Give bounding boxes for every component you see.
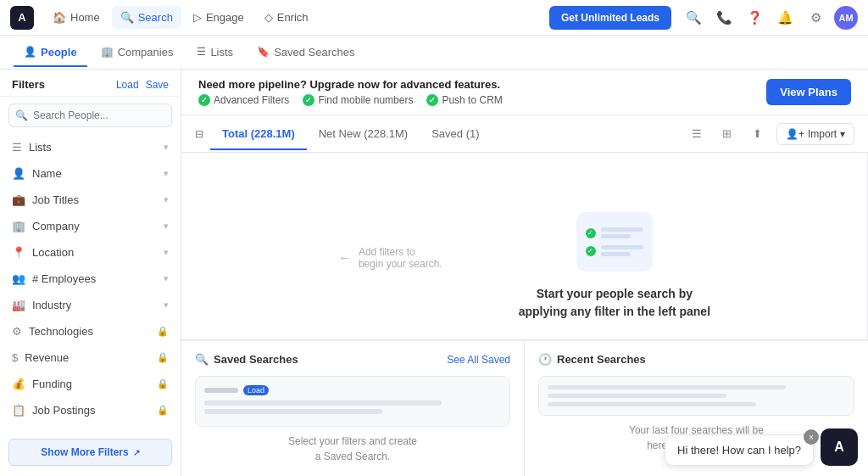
show-more-filters-button[interactable]: Show More Filters ↗ xyxy=(8,439,172,466)
feature-push-crm: Push to CRM xyxy=(426,94,502,106)
nav-search[interactable]: 🔍 Search xyxy=(112,6,181,29)
main-layout: Filters Load Save 🔍 ☰ Lists ▾ 👤 Name ▾ xyxy=(0,70,868,476)
export-button[interactable]: ⬆ xyxy=(746,122,770,146)
feature-mobile-numbers: Find mobile numbers xyxy=(303,94,413,106)
filter-company-label: Company xyxy=(32,220,80,232)
help-icon[interactable]: ❓ xyxy=(743,6,766,30)
filter-revenue[interactable]: $ Revenue 🔒 xyxy=(0,344,181,371)
filter-lists[interactable]: ☰ Lists ▾ xyxy=(0,134,181,160)
check-icon xyxy=(586,228,596,238)
empty-state: ← Add filters tobegin your search. xyxy=(181,153,868,340)
filter-technologies[interactable]: ⚙ Technologies 🔒 xyxy=(0,318,181,344)
filter-location-label: Location xyxy=(32,246,74,259)
check-icon xyxy=(586,246,596,256)
preview-badge: Load xyxy=(243,385,269,395)
upgrade-banner: Need more pipeline? Upgrade now for adva… xyxy=(181,70,868,115)
preview-row xyxy=(204,400,442,406)
tab-saved-searches[interactable]: 🔖 Saved Searches xyxy=(247,39,364,67)
enrich-icon: ◇ xyxy=(264,11,273,24)
nav-enrich-label: Enrich xyxy=(277,11,309,24)
notification-icon[interactable]: 🔔 xyxy=(773,6,797,30)
chevron-down-icon: ▾ xyxy=(164,300,169,311)
filter-location[interactable]: 📍 Location ▾ xyxy=(0,239,181,266)
illustration-line xyxy=(601,252,631,256)
upgrade-title: Need more pipeline? Upgrade now for adva… xyxy=(198,78,503,91)
list-view-button[interactable]: ☰ xyxy=(685,122,709,146)
result-tab-saved[interactable]: Saved (1) xyxy=(420,119,491,150)
filter-employees-label: # Employees xyxy=(32,272,96,285)
engage-icon: ▷ xyxy=(193,11,202,24)
chevron-down-icon: ▾ xyxy=(164,221,169,232)
funnel-icon: ⊟ xyxy=(195,128,203,140)
see-all-saved-link[interactable]: See All Saved xyxy=(447,354,510,366)
results-toolbar: ⊟ Total (228.1M) Net New (228.1M) Saved … xyxy=(181,115,868,153)
import-label: Import xyxy=(808,128,837,140)
chat-message-bubble: Hi there! How can I help? xyxy=(665,434,814,466)
filter-funding[interactable]: 💰 Funding 🔒 xyxy=(0,371,181,397)
save-button[interactable]: Save xyxy=(146,79,169,91)
show-more-label: Show More Filters xyxy=(41,446,128,458)
nav-engage[interactable]: ▷ Engage xyxy=(185,6,253,29)
industry-filter-icon: 🏭 xyxy=(12,299,25,311)
filter-name[interactable]: 👤 Name ▾ xyxy=(0,160,181,187)
chevron-down-icon: ▾ xyxy=(164,273,169,284)
nav-enrich[interactable]: ◇ Enrich xyxy=(256,6,317,29)
filter-employees[interactable]: 👥 # Employees ▾ xyxy=(0,266,181,292)
check-icon xyxy=(426,94,438,106)
lists-filter-icon: ☰ xyxy=(12,141,22,154)
view-plans-button[interactable]: View Plans xyxy=(766,79,851,105)
search-people-wrapper: 🔍 xyxy=(0,97,181,134)
lock-icon: 🔒 xyxy=(157,326,169,337)
nav-search-label: Search xyxy=(138,11,173,24)
saved-searches-empty-text: Select your filters and create a Saved S… xyxy=(195,434,510,464)
add-filters-hint: ← Add filters tobegin your search. xyxy=(338,246,442,270)
search-nav-icon[interactable]: 🔍 xyxy=(682,6,705,30)
lock-icon: 🔒 xyxy=(157,352,169,363)
chat-bubble-wrapper: Hi there! How can I help? × xyxy=(665,434,814,466)
filter-job-titles[interactable]: 💼 Job Titles ▾ xyxy=(0,187,181,213)
import-button[interactable]: 👤+ Import ▾ xyxy=(776,123,854,145)
companies-tab-icon: 🏢 xyxy=(101,46,114,58)
close-chat-button[interactable]: × xyxy=(804,429,819,445)
tab-bar: 👤 People 🏢 Companies ☰ Lists 🔖 Saved Sea… xyxy=(0,36,868,70)
settings-icon[interactable]: ⚙ xyxy=(804,6,827,30)
location-filter-icon: 📍 xyxy=(12,246,25,259)
illustration-line xyxy=(601,245,643,249)
tab-lists[interactable]: ☰ Lists xyxy=(186,39,243,67)
chat-avatar[interactable]: A xyxy=(821,428,858,466)
lock-icon: 🔒 xyxy=(157,405,169,416)
avatar[interactable]: AM xyxy=(834,6,858,30)
grid-view-button[interactable]: ⊞ xyxy=(715,122,739,146)
filter-industry[interactable]: 🏭 Industry ▾ xyxy=(0,292,181,318)
get-unlimited-leads-button[interactable]: Get Unlimited Leads xyxy=(549,6,671,30)
filter-toggle[interactable]: ⊟ xyxy=(195,128,203,140)
filter-company[interactable]: 🏢 Company ▾ xyxy=(0,213,181,239)
employees-filter-icon: 👥 xyxy=(12,272,25,285)
tab-companies[interactable]: 🏢 Companies xyxy=(91,39,184,67)
tab-companies-label: Companies xyxy=(118,46,174,59)
empty-state-title: Start your people search by applying any… xyxy=(519,285,710,321)
search-people-input[interactable] xyxy=(8,104,172,127)
revenue-filter-icon: $ xyxy=(12,351,18,364)
illustration-line xyxy=(601,227,643,232)
saved-searches-icon: 🔍 xyxy=(195,353,209,366)
people-illustration xyxy=(576,212,653,272)
result-tab-total[interactable]: Total (228.1M) xyxy=(210,119,307,150)
feature-advanced-filters: Advanced Filters xyxy=(198,94,289,106)
tab-saved-searches-label: Saved Searches xyxy=(274,46,354,59)
chevron-down-icon: ▾ xyxy=(164,247,169,258)
tab-people[interactable]: 👤 People xyxy=(14,39,87,67)
sidebar: Filters Load Save 🔍 ☰ Lists ▾ 👤 Name ▾ xyxy=(0,70,181,476)
load-button[interactable]: Load xyxy=(116,79,139,91)
filter-name-label: Name xyxy=(32,167,62,180)
nav-home[interactable]: 🏠 Home xyxy=(44,6,108,29)
filter-job-postings[interactable]: 📋 Job Postings 🔒 xyxy=(0,397,181,423)
tab-lists-label: Lists xyxy=(210,46,233,59)
app-logo: A xyxy=(10,6,34,30)
search-icon: 🔍 xyxy=(120,11,134,24)
result-tab-net-new[interactable]: Net New (228.1M) xyxy=(307,119,420,150)
phone-icon[interactable]: 📞 xyxy=(712,6,736,30)
funding-filter-icon: 💰 xyxy=(12,378,25,390)
filter-technologies-label: Technologies xyxy=(29,325,93,338)
person-add-icon: 👤+ xyxy=(786,128,804,140)
